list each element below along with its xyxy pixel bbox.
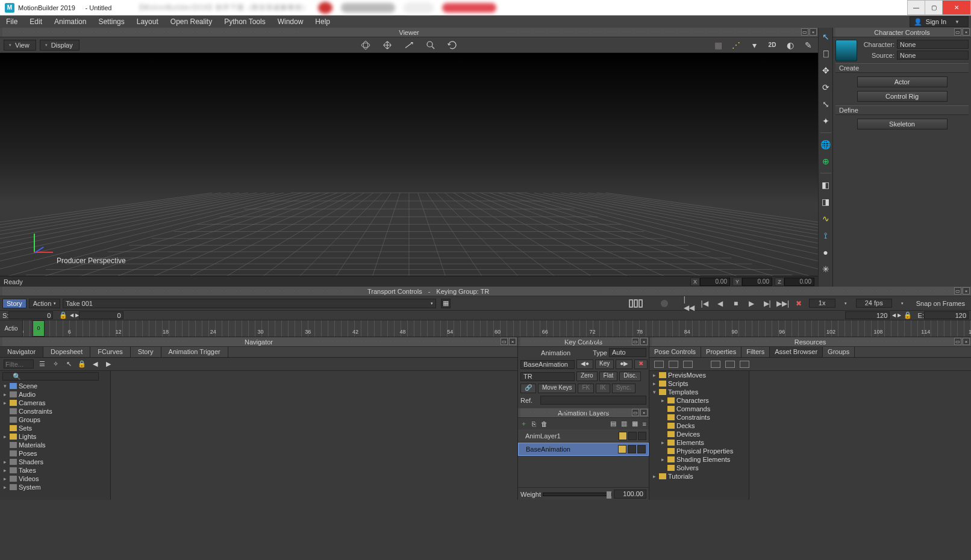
resources-tree-item[interactable]: ▸Elements <box>649 438 749 447</box>
control-rig-button[interactable]: Control Rig <box>857 91 948 102</box>
tab-fcurves[interactable]: FCurves <box>90 347 131 357</box>
layer-menu-icon[interactable]: ≡ <box>643 420 646 428</box>
window-minimize[interactable]: — <box>907 0 925 15</box>
tab-story[interactable]: Story <box>131 347 161 357</box>
del-layer-icon[interactable]: 🗑 <box>541 420 548 428</box>
tree-item[interactable]: ▸Shaders <box>0 458 110 466</box>
type-dropdown[interactable]: Auto <box>609 348 646 357</box>
resources-tree-item[interactable]: Solvers <box>649 464 749 472</box>
disc-button[interactable]: Disc. <box>619 372 641 381</box>
layer-lock-toggle[interactable] <box>637 445 646 453</box>
lock-start-icon[interactable]: 🔒 <box>59 311 67 319</box>
cursor-icon[interactable]: ↖ <box>64 359 73 369</box>
cube-icon[interactable]: ◧ <box>820 179 831 190</box>
key-button[interactable]: Key <box>595 359 614 369</box>
timeline-cursor[interactable]: 0 <box>33 320 45 337</box>
character-dropdown[interactable]: None <box>897 40 969 49</box>
snap-dropdown[interactable]: Snap on Frames <box>913 300 969 307</box>
navigator-filter-input[interactable] <box>4 359 34 369</box>
tree-item[interactable]: ▸Videos <box>0 474 110 483</box>
view-wide-icon[interactable] <box>683 361 693 368</box>
anim-layer-dropdown[interactable]: BaseAnimation <box>520 360 575 369</box>
tree-item[interactable]: ▸Lights <box>0 432 110 441</box>
resources-tree-item[interactable]: ▸Characters <box>649 396 749 405</box>
slate-icon[interactable]: ▦ <box>441 299 451 308</box>
view-thumb-icon[interactable] <box>654 361 664 368</box>
layers-close-icon[interactable]: × <box>640 409 648 416</box>
range-end-input[interactable]: 120 <box>924 311 969 319</box>
zero-button[interactable]: Zero <box>576 372 598 381</box>
layers-undock-icon[interactable]: ▭ <box>632 409 639 416</box>
nav-undock-icon[interactable]: ▭ <box>501 338 508 345</box>
layer-solo-toggle[interactable] <box>628 445 636 453</box>
playback-speed-dropdown[interactable]: 1x <box>809 299 835 308</box>
key-undock-icon[interactable]: ▭ <box>632 338 639 345</box>
layer-ic1[interactable]: ▤ <box>610 420 616 428</box>
range-start-input[interactable]: 0 <box>8 311 53 319</box>
anim-layer-row[interactable]: BaseAnimation <box>518 443 649 456</box>
action-dropdown[interactable]: Action▾ <box>29 299 61 308</box>
loop-section-icon[interactable] <box>629 299 643 308</box>
menu-edit[interactable]: Edit <box>23 16 48 28</box>
view-dropdown[interactable]: ▾View <box>4 40 36 51</box>
move-tool-icon[interactable]: ✥ <box>820 65 831 76</box>
navigator-tree[interactable]: ▾Scene▸Audio▸CamerasConstraintsGroupsSet… <box>0 371 111 500</box>
view-grid-icon[interactable] <box>725 361 735 368</box>
play-icon[interactable]: ▶ <box>746 299 757 308</box>
tree-item[interactable]: ▸Cameras <box>0 399 110 407</box>
transport-undock-icon[interactable]: ▭ <box>954 287 961 294</box>
layer-mute-toggle[interactable] <box>619 432 627 440</box>
range-start2-input[interactable]: 0 <box>79 311 123 319</box>
ref-dropdown[interactable] <box>540 396 646 405</box>
tab-navigator[interactable]: Navigator <box>0 347 43 357</box>
resources-tree-item[interactable]: ▾Templates <box>649 388 749 396</box>
tree-item[interactable]: Sets <box>0 424 110 432</box>
layer-solo-toggle[interactable] <box>628 432 637 440</box>
lock-icon[interactable]: 🔒 <box>77 359 87 369</box>
delete-key-button[interactable]: ✖ <box>634 359 648 369</box>
resources-tree-item[interactable]: Constraints <box>649 413 749 422</box>
ik-button[interactable]: IK <box>596 384 610 393</box>
resources-tree-item[interactable]: ▸Shading Elements <box>649 455 749 464</box>
skeleton-button[interactable]: Skeleton <box>857 119 948 129</box>
layer-lock-toggle[interactable] <box>638 432 646 440</box>
signin-button[interactable]: 👤 Sign In ▼ <box>910 16 969 27</box>
fps-caret-icon[interactable]: ▾ <box>897 299 908 308</box>
layer-mute-toggle[interactable] <box>618 445 626 453</box>
next-icon[interactable]: ▶ <box>104 359 113 369</box>
pan-icon[interactable] <box>381 39 393 51</box>
tree-item[interactable]: ▸System <box>0 483 110 491</box>
weight-slider[interactable] <box>543 493 612 496</box>
tree-search-input[interactable] <box>2 372 99 381</box>
delete-key-icon[interactable]: ✖ <box>793 299 804 308</box>
sync-button[interactable]: Sync. <box>612 384 635 393</box>
menu-open-reality[interactable]: Open Reality <box>164 16 218 28</box>
play-back-icon[interactable]: ◀ <box>715 299 726 308</box>
transform-tool-icon[interactable]: ✦ <box>820 116 831 126</box>
resources-tree-item[interactable]: Devices <box>649 430 749 438</box>
orbit-icon[interactable] <box>360 39 372 51</box>
dolly-icon[interactable] <box>403 39 415 51</box>
go-end-icon[interactable]: ▶▶| <box>778 299 788 308</box>
rotate-tool-icon[interactable]: ⟳ <box>820 82 831 93</box>
display-dropdown[interactable]: ▾Display <box>40 40 80 51</box>
next-key-button[interactable]: ●▶ <box>616 359 632 369</box>
trajectory-icon[interactable]: ⋰ <box>730 39 742 51</box>
key-close-icon[interactable]: × <box>640 338 648 345</box>
ghost-icon[interactable]: ▾ <box>748 39 760 51</box>
res-close-icon[interactable]: × <box>963 338 970 345</box>
step-back-icon[interactable]: |◀ <box>699 299 710 308</box>
marquee-tool-icon[interactable]: ⎕ <box>820 48 831 59</box>
view-detail-icon[interactable] <box>740 361 749 368</box>
2d-icon[interactable]: 2D <box>766 39 778 51</box>
add-globe-icon[interactable]: ⊕ <box>820 156 831 167</box>
char-close-icon[interactable]: × <box>963 28 970 36</box>
actor-button[interactable]: Actor <box>857 76 948 87</box>
resources-tree-item[interactable]: Commands <box>649 405 749 413</box>
layer-ic3[interactable]: ▦ <box>632 420 638 428</box>
tab-dopesheet[interactable]: Dopesheet <box>43 347 90 357</box>
brush-icon[interactable]: ✎ <box>802 39 814 51</box>
source-dropdown[interactable]: None <box>897 51 969 60</box>
timeline-ruler[interactable]: Actio 0 06121824303642485460667278849096… <box>0 320 971 337</box>
star-icon[interactable]: ✧ <box>51 359 60 369</box>
